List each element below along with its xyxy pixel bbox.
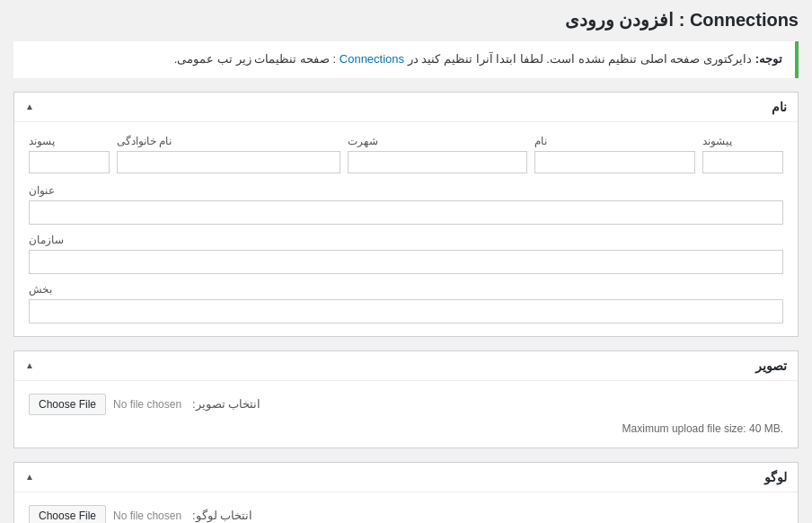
name-input[interactable]	[534, 151, 696, 173]
image-section-header: تصویر ▲	[14, 351, 798, 381]
name-collapse-arrow[interactable]: ▲	[25, 102, 34, 111]
pasvand-group: پسوند	[29, 135, 110, 173]
onvan-input[interactable]	[29, 200, 783, 225]
image-choose-file-button[interactable]: Choose File	[29, 394, 106, 415]
bakhsh-label: بخش	[29, 283, 52, 296]
name-group: نام	[534, 135, 696, 173]
image-select-label: انتخاب تصویر:	[192, 397, 260, 411]
shahrat-group: شهرت	[348, 135, 527, 173]
notice-text: دایرکتوری صفحه اصلی تنظیم نشده است. لطفا…	[404, 52, 752, 66]
pasvand-label: پسوند	[29, 135, 55, 147]
pishvand-input[interactable]	[702, 151, 783, 173]
name-section-header: نام ▲	[14, 93, 798, 122]
image-collapse-arrow[interactable]: ▲	[25, 360, 34, 370]
page-wrapper: Connections : افزودن ورودی توجه: دایرکتو…	[0, 0, 812, 523]
logo-section-header: لوگو ▲	[14, 463, 798, 492]
sazman-input[interactable]	[29, 250, 783, 274]
notice-link[interactable]: Connections	[340, 52, 404, 66]
page-title: Connections : افزودن ورودی	[13, 9, 799, 31]
image-file-row: انتخاب تصویر: No file chosen Choose File	[29, 394, 783, 415]
image-no-file: No file chosen	[113, 398, 181, 411]
khanavadegi-group: نام خانوادگی	[117, 135, 340, 173]
shahrat-label: شهرت	[348, 135, 378, 147]
image-section: تصویر ▲ انتخاب تصویر: No file chosen Cho…	[13, 350, 799, 448]
logo-select-label: انتخاب لوگو:	[192, 509, 252, 522]
logo-section-title: لوگو	[764, 470, 787, 484]
pasvand-input[interactable]	[29, 151, 110, 173]
logo-no-file: No file chosen	[113, 510, 181, 522]
notice-label: توجه:	[755, 52, 782, 66]
name-label: نام	[534, 135, 547, 147]
name-section: نام ▲ پیشوند نام شهرت نام خانوادگی	[13, 92, 799, 337]
image-section-body: انتخاب تصویر: No file chosen Choose File…	[14, 381, 798, 448]
khanavadegi-input[interactable]	[117, 151, 340, 173]
sazman-label: سازمان	[29, 234, 64, 246]
bakhsh-input[interactable]	[29, 299, 783, 324]
logo-section: لوگو ▲ انتخاب لوگو: No file chosen Choos…	[13, 462, 799, 523]
bakhsh-group: بخش	[29, 283, 783, 324]
image-max-size: .Maximum upload file size: 40 MB	[29, 422, 783, 435]
image-section-title: تصویر	[755, 359, 787, 373]
logo-file-row: انتخاب لوگو: No file chosen Choose File	[29, 505, 783, 523]
name-section-title: نام	[772, 100, 787, 114]
notice-box: توجه: دایرکتوری صفحه اصلی تنظیم نشده است…	[13, 41, 799, 78]
khanavadegi-label: نام خانوادگی	[117, 135, 172, 147]
pishvand-label: پیشوند	[702, 135, 732, 147]
onvan-group: عنوان	[29, 184, 783, 225]
shahrat-input[interactable]	[348, 151, 527, 173]
name-fields-row: پیشوند نام شهرت نام خانوادگی پسوند	[29, 135, 783, 173]
logo-section-body: انتخاب لوگو: No file chosen Choose File …	[14, 492, 798, 523]
notice-text-after: : صفحه تنظیمات زیر تب عمومی.	[174, 52, 336, 66]
name-section-body: پیشوند نام شهرت نام خانوادگی پسوند	[14, 122, 798, 336]
pishvand-group: پیشوند	[702, 135, 783, 173]
onvan-label: عنوان	[29, 184, 55, 197]
logo-collapse-arrow[interactable]: ▲	[25, 472, 34, 482]
logo-choose-file-button[interactable]: Choose File	[29, 505, 106, 523]
sazman-group: سازمان	[29, 234, 783, 274]
